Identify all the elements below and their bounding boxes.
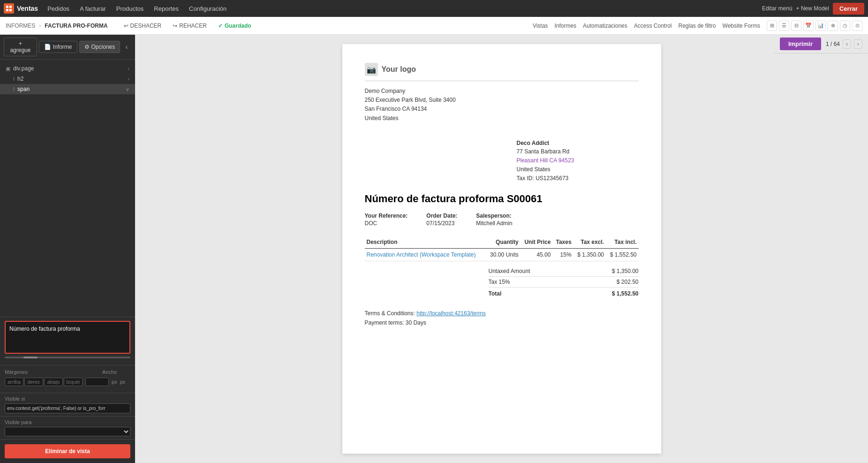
payment-terms: Payment terms: 30 Days xyxy=(365,319,639,326)
nav-configuracion[interactable]: Configuración xyxy=(184,3,231,14)
edit-menu-link[interactable]: Editar menú xyxy=(762,5,793,12)
agregar-button[interactable]: + agregue xyxy=(4,38,37,56)
margin-izquie[interactable] xyxy=(64,378,83,386)
view-icon-activity[interactable]: ◷ xyxy=(840,21,850,31)
sidebar: + agregue 📄Informe ⚙Opciones ‹ ▣ div.pag… xyxy=(0,35,135,463)
element-editor: Número de factura proforma xyxy=(0,317,135,365)
opciones-button[interactable]: ⚙Opciones xyxy=(79,41,121,53)
print-toolbar: Imprimir 1 / 64 ‹ › xyxy=(774,35,868,53)
nav-afacturar[interactable]: A facturar xyxy=(75,3,111,14)
nav-automatizaciones[interactable]: Automatizaciones xyxy=(583,23,627,29)
visible-si-label: Visible si xyxy=(5,396,130,402)
terms-conditions: Terms & Conditions: http://localhost:421… xyxy=(365,310,639,317)
nav-reportes[interactable]: Reportes xyxy=(149,3,183,14)
nav-reglas-filtro[interactable]: Reglas de filtro xyxy=(678,23,716,29)
top-nav: Ventas Pedidos A facturar Productos Repo… xyxy=(0,0,868,17)
margin-abajo[interactable] xyxy=(44,378,63,386)
logo-icon: 📷 xyxy=(365,63,378,76)
breadcrumb-current[interactable]: FACTURA PRO-FORMA xyxy=(45,23,107,29)
margin-derec[interactable] xyxy=(24,378,43,386)
sidebar-top-actions: + agregue 📄Informe ⚙Opciones ‹ xyxy=(0,35,135,60)
breadcrumb-root[interactable]: INFORMES xyxy=(6,23,35,29)
ancho-input[interactable] xyxy=(85,378,109,386)
company-address1: 250 Executive Park Blvd, Suite 3400 xyxy=(365,96,639,105)
view-icon-chart[interactable]: 📊 xyxy=(815,21,826,31)
view-icon-list[interactable]: ☰ xyxy=(779,21,789,31)
redo-button[interactable]: ↪ REHACER xyxy=(170,21,210,30)
element-preview: Número de factura proforma xyxy=(5,321,130,354)
nav-access-control[interactable]: Access Control xyxy=(634,23,672,29)
visible-para-row xyxy=(5,427,130,436)
visible-para-select[interactable] xyxy=(5,427,130,436)
recipient-country: United States xyxy=(517,165,639,174)
props-section: Márgenes Ancho px px xyxy=(0,365,135,393)
doc-totals: Untaxed Amount $ 1,350.00 Tax 15% $ 202.… xyxy=(489,266,639,299)
tree-item-h2[interactable]: I h2 ‹ xyxy=(0,74,135,84)
nav-vistas[interactable]: Vistas xyxy=(533,23,548,29)
h2-arrow: ‹ xyxy=(128,76,129,82)
logo-text: Your logo xyxy=(382,65,416,74)
company-country: United States xyxy=(365,114,639,123)
view-icon-kanban[interactable]: ⊟ xyxy=(791,21,801,31)
tree-item-span[interactable]: I span ∨ xyxy=(0,84,135,94)
total-label: Total xyxy=(489,290,502,297)
new-model-link[interactable]: + New Model xyxy=(796,5,829,12)
col-tax-incl: Tax incl. xyxy=(606,236,638,249)
salesperson-label: Salesperson: xyxy=(476,213,512,219)
salesperson-value: Mitchell Admin xyxy=(476,220,512,227)
recipient-address1: 77 Santa Barbara Rd xyxy=(517,147,639,156)
meta-order-date: Order Date: 07/15/2023 xyxy=(426,213,457,227)
row-tax-incl: $ 1,552.50 xyxy=(606,248,638,261)
main-layout: + agregue 📄Informe ⚙Opciones ‹ ▣ div.pag… xyxy=(0,35,868,463)
terms-link[interactable]: http://localhost:42163/terms xyxy=(416,310,485,317)
eliminar-button[interactable]: Eliminar de vista xyxy=(5,444,130,458)
breadcrumb-separator: › xyxy=(39,23,41,29)
view-icon-map[interactable]: ⊙ xyxy=(852,21,862,31)
prev-page-button[interactable]: ‹ xyxy=(843,39,851,49)
doc-header: 📷 Your logo Demo Company 250 Executive P… xyxy=(365,63,639,123)
second-nav-right: Vistas Informes Automatizaciones Access … xyxy=(533,21,862,31)
col-unit-price: Unit Price xyxy=(521,236,553,249)
svg-rect-2 xyxy=(6,9,8,11)
span-icon: I xyxy=(13,86,15,92)
nav-pedidos[interactable]: Pedidos xyxy=(43,3,74,14)
page-info: 1 / 64 xyxy=(826,41,840,47)
margin-arriba[interactable] xyxy=(5,378,23,386)
reference-value: DOC xyxy=(365,220,408,227)
next-page-button[interactable]: › xyxy=(854,39,862,49)
nav-productos[interactable]: Productos xyxy=(112,3,149,14)
terms-label: Terms & Conditions: xyxy=(365,310,415,317)
untaxed-value: $ 1,350.00 xyxy=(612,268,639,274)
recipient-address: 77 Santa Barbara Rd Pleasant Hill CA 945… xyxy=(517,147,639,183)
logo-area: 📷 Your logo xyxy=(365,63,639,81)
print-button[interactable]: Imprimir xyxy=(780,38,821,50)
col-taxes: Taxes xyxy=(552,236,573,249)
meta-salesperson: Salesperson: Mitchell Admin xyxy=(476,213,512,227)
cerrar-button[interactable]: Cerrar xyxy=(833,3,864,15)
nav-informes[interactable]: Informes xyxy=(554,23,576,29)
scrollbar-mini xyxy=(5,357,130,358)
nav-website-forms[interactable]: Website Forms xyxy=(723,23,760,29)
units-px1: px xyxy=(112,379,117,385)
total-value: $ 1,552.50 xyxy=(612,290,639,297)
brand-icon xyxy=(4,3,14,14)
view-icon-grid[interactable]: ⊞ xyxy=(767,21,777,31)
recipient-wrapper: Deco Addict 77 Santa Barbara Rd Pleasant… xyxy=(365,132,639,183)
col-quantity: Quantity xyxy=(486,236,521,249)
recipient-name: Deco Addict xyxy=(517,140,639,146)
undo-button[interactable]: ↩ DESHACER xyxy=(121,21,165,30)
tax-label: Tax 15% xyxy=(489,279,510,285)
sidebar-footer: Eliminar de vista xyxy=(0,439,135,463)
document-paper: 📷 Your logo Demo Company 250 Executive P… xyxy=(342,44,661,454)
untaxed-label: Untaxed Amount xyxy=(489,268,530,274)
visible-para-section: Visible para xyxy=(0,416,135,439)
untaxed-row: Untaxed Amount $ 1,350.00 xyxy=(489,266,639,277)
view-icon-calendar[interactable]: 📅 xyxy=(803,21,814,31)
informe-button[interactable]: 📄Informe xyxy=(39,41,77,53)
sidebar-collapse-button[interactable]: ‹ xyxy=(122,42,131,52)
tree-item-div-page[interactable]: ▣ div.page ‹ xyxy=(0,63,135,74)
invoice-table: Description Quantity Unit Price Taxes Ta… xyxy=(365,236,639,261)
view-icon-pivot[interactable]: ⊕ xyxy=(828,21,838,31)
tax-row: Tax 15% $ 202.50 xyxy=(489,277,639,288)
doc-title: Número de factura proforma S00061 xyxy=(365,193,639,205)
